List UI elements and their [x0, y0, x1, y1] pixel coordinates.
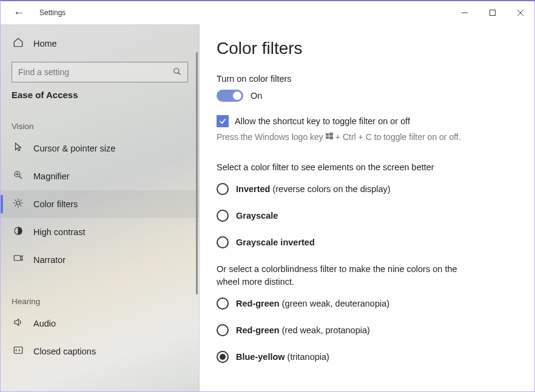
radio-icon	[217, 183, 229, 195]
home-icon	[12, 37, 25, 50]
search-icon	[173, 67, 181, 78]
radio-icon	[217, 324, 229, 336]
svg-line-7	[19, 176, 22, 179]
colorblind-section-label: Or select a colorblindness filter to mak…	[217, 263, 471, 288]
sidebar-item-magnifier[interactable]: Magnifier	[1, 162, 199, 190]
color-filters-toggle[interactable]	[217, 90, 243, 102]
radio-label: Red-green (red weak, protanopia)	[236, 325, 370, 335]
nav-label: Audio	[33, 319, 56, 328]
nav-label: Closed captions	[33, 347, 96, 356]
filter-section-label: Select a color filter to see elements on…	[217, 161, 471, 173]
toggle-state-label: On	[251, 91, 262, 101]
back-button[interactable]: ←	[13, 7, 25, 19]
svg-line-15	[15, 200, 16, 201]
maximize-button[interactable]	[479, 3, 506, 22]
high-contrast-icon	[12, 225, 25, 239]
radio-protanopia[interactable]: Red-green (red weak, protanopia)	[217, 324, 517, 336]
sidebar-item-high-contrast[interactable]: High contrast	[1, 218, 199, 246]
radio-icon	[217, 297, 229, 310]
radio-icon	[217, 236, 229, 248]
radio-tritanopia[interactable]: Blue-yellow (tritanopia)	[217, 351, 517, 363]
svg-line-18	[21, 200, 22, 201]
toggle-section-label: Turn on color filters	[217, 74, 517, 84]
svg-rect-20	[14, 256, 21, 261]
color-filters-icon	[12, 198, 25, 211]
main-panel: Color filters Turn on color filters On A…	[200, 24, 534, 391]
magnifier-icon	[12, 170, 25, 183]
closed-captions-icon	[12, 345, 25, 358]
radio-label: Grayscale	[236, 211, 278, 221]
search-input-wrap[interactable]	[12, 62, 188, 82]
search-input[interactable]	[18, 67, 173, 77]
nav-label: Cursor & pointer size	[33, 144, 115, 153]
group-header-hearing: Hearing	[1, 292, 199, 310]
audio-icon	[12, 317, 25, 330]
sidebar-item-cursor[interactable]: Cursor & pointer size	[1, 135, 199, 162]
radio-label: Grayscale inverted	[236, 238, 315, 247]
shortcut-checkbox[interactable]	[217, 115, 229, 127]
sidebar-item-audio[interactable]: Audio	[1, 310, 199, 337]
radio-label: Inverted (reverse colors on the display)	[236, 184, 391, 194]
radio-inverted[interactable]: Inverted (reverse colors on the display)	[217, 183, 517, 195]
radio-grayscale[interactable]: Grayscale	[217, 210, 517, 222]
sidebar-item-closed-captions[interactable]: Closed captions	[1, 337, 199, 365]
sidebar: Home Ease of Access Vision	[1, 24, 200, 391]
shortcut-help-text: Press the Windows logo key + Ctrl + C to…	[217, 132, 517, 142]
nav-label: Narrator	[33, 255, 66, 265]
svg-line-5	[178, 72, 181, 75]
sidebar-item-home[interactable]: Home	[1, 32, 199, 56]
radio-label: Red-green (green weak, deuteranopia)	[236, 299, 389, 308]
window-title: Settings	[39, 8, 66, 17]
svg-line-16	[21, 205, 22, 207]
svg-point-4	[174, 68, 179, 73]
nav-label: Color filters	[33, 199, 78, 209]
sidebar-scrollbar[interactable]	[196, 52, 198, 294]
radio-deuteranopia[interactable]: Red-green (green weak, deuteranopia)	[217, 297, 517, 310]
current-section-label: Ease of Access	[1, 90, 199, 104]
sidebar-item-narrator[interactable]: Narrator	[1, 246, 199, 274]
radio-grayscale-inverted[interactable]: Grayscale inverted	[217, 236, 517, 248]
narrator-icon	[12, 253, 25, 267]
nav-label: Magnifier	[33, 171, 70, 181]
radio-icon	[217, 210, 229, 222]
svg-rect-1	[490, 10, 496, 16]
cursor-icon	[12, 142, 25, 155]
svg-point-10	[16, 201, 20, 205]
nav-label: High contrast	[33, 227, 85, 237]
radio-icon	[217, 351, 229, 363]
close-button[interactable]	[506, 3, 534, 22]
svg-rect-22	[326, 133, 329, 136]
svg-rect-24	[326, 136, 329, 139]
svg-line-17	[15, 205, 16, 207]
home-label: Home	[33, 39, 57, 48]
windows-logo-icon	[326, 132, 333, 142]
page-title: Color filters	[217, 39, 517, 58]
radio-label: Blue-yellow (tritanopia)	[236, 352, 329, 362]
svg-rect-21	[14, 347, 22, 354]
minimize-button[interactable]	[451, 3, 479, 22]
shortcut-checkbox-label: Allow the shortcut key to toggle filter …	[235, 116, 410, 126]
svg-rect-25	[329, 136, 333, 139]
group-header-vision: Vision	[1, 117, 199, 135]
sidebar-item-color-filters[interactable]: Color filters	[1, 190, 199, 218]
svg-rect-23	[329, 133, 333, 136]
titlebar: ← Settings	[1, 1, 534, 24]
